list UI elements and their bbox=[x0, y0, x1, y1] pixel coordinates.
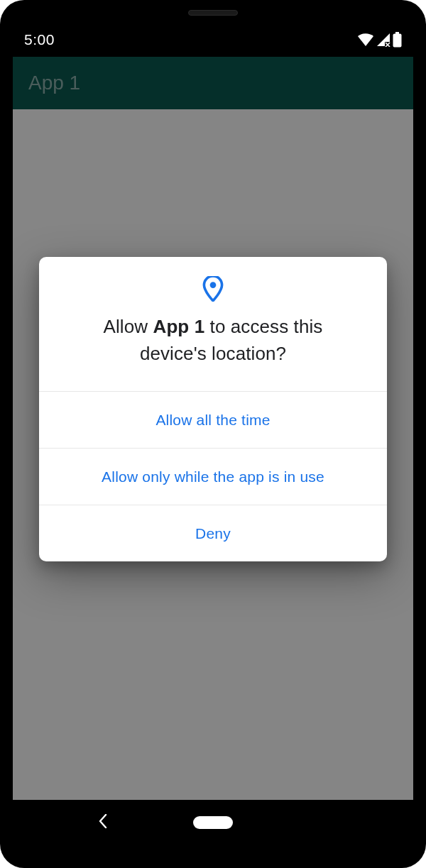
status-bar: 5:00 bbox=[13, 23, 413, 57]
svg-rect-2 bbox=[393, 34, 402, 48]
home-pill[interactable] bbox=[193, 816, 233, 829]
cellular-icon bbox=[376, 33, 390, 47]
allow-foreground-label: Allow only while the app is in use bbox=[102, 468, 324, 485]
svg-point-3 bbox=[210, 282, 217, 288]
dialog-title: Allow App 1 to access this device's loca… bbox=[67, 314, 359, 367]
back-button[interactable] bbox=[98, 814, 108, 831]
dialog-title-prefix: Allow bbox=[104, 316, 153, 337]
deny-label: Deny bbox=[195, 525, 231, 542]
allow-always-label: Allow all the time bbox=[155, 412, 270, 429]
status-time: 5:00 bbox=[24, 31, 357, 48]
speaker-grille bbox=[188, 10, 238, 16]
wifi-icon bbox=[357, 33, 374, 47]
device-frame: 5:00 App 1 bbox=[0, 0, 426, 868]
allow-always-button[interactable]: Allow all the time bbox=[39, 391, 387, 448]
deny-button[interactable]: Deny bbox=[39, 505, 387, 561]
permission-dialog: Allow App 1 to access this device's loca… bbox=[39, 257, 387, 561]
navigation-bar bbox=[13, 800, 413, 845]
screen: 5:00 App 1 bbox=[13, 23, 413, 845]
allow-foreground-button[interactable]: Allow only while the app is in use bbox=[39, 448, 387, 505]
status-icons bbox=[357, 32, 402, 48]
dialog-title-app: App 1 bbox=[153, 316, 205, 337]
battery-icon bbox=[393, 32, 402, 48]
dialog-header: Allow App 1 to access this device's loca… bbox=[39, 257, 387, 391]
location-icon bbox=[201, 277, 225, 301]
device-shadow bbox=[0, 852, 426, 868]
modal-scrim[interactable]: Allow App 1 to access this device's loca… bbox=[13, 57, 413, 800]
